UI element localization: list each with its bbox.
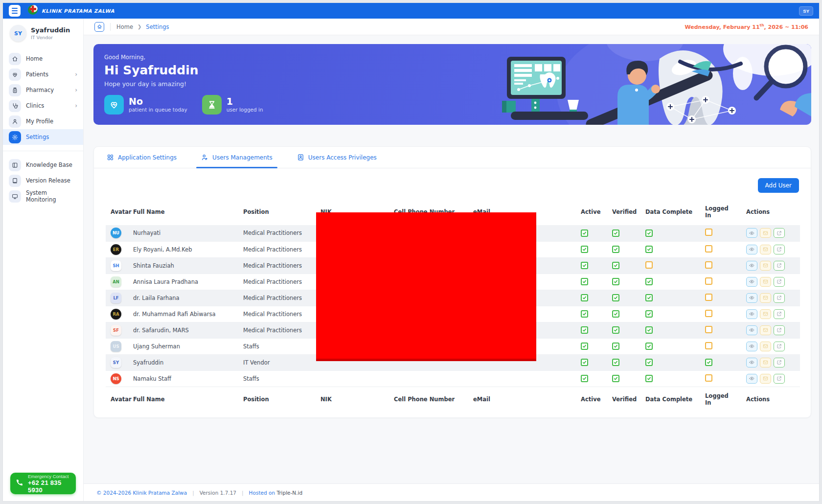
unchecked-checkbox[interactable] xyxy=(705,245,712,252)
checked-checkbox[interactable] xyxy=(645,343,653,350)
checked-checkbox[interactable] xyxy=(581,278,588,285)
mail-user-button[interactable] xyxy=(760,309,771,319)
mail-icon xyxy=(763,263,768,268)
tab-users-managements[interactable]: Users Managements xyxy=(201,147,273,168)
mail-user-button[interactable] xyxy=(760,374,771,384)
checked-checkbox[interactable] xyxy=(612,310,619,318)
view-user-button[interactable] xyxy=(746,293,757,303)
unchecked-checkbox[interactable] xyxy=(705,326,712,333)
mail-icon xyxy=(763,230,768,236)
tab-users-access-privileges[interactable]: Users Access Privileges xyxy=(297,147,377,168)
view-user-button[interactable] xyxy=(746,277,757,287)
tab-application-settings[interactable]: Application Settings xyxy=(107,147,177,168)
mail-user-button[interactable] xyxy=(760,325,771,335)
checked-checkbox[interactable] xyxy=(612,375,619,382)
export-user-button[interactable] xyxy=(774,277,785,287)
view-user-button[interactable] xyxy=(746,342,757,351)
mail-user-button[interactable] xyxy=(760,293,771,303)
mail-user-button[interactable] xyxy=(760,261,771,271)
checked-checkbox[interactable] xyxy=(612,343,619,350)
checked-checkbox[interactable] xyxy=(581,294,588,301)
sidebar-item-version-release[interactable]: Version Release xyxy=(3,173,83,188)
mail-user-button[interactable] xyxy=(760,228,771,238)
checked-checkbox[interactable] xyxy=(581,262,588,269)
breadcrumb-home[interactable]: Home xyxy=(116,23,133,30)
export-user-button[interactable] xyxy=(774,325,785,335)
export-user-button[interactable] xyxy=(774,245,785,254)
checked-checkbox[interactable] xyxy=(612,229,619,237)
export-user-button[interactable] xyxy=(774,358,785,367)
sidebar-item-knowledge-base[interactable]: Knowledge Base xyxy=(3,157,83,173)
checked-checkbox[interactable] xyxy=(581,343,588,350)
sidebar: SY Syafruddin IT Vendor Home Patients › … xyxy=(3,19,84,501)
sidebar-item-system-monitoring[interactable]: System Monitoring xyxy=(3,188,83,204)
sidebar-item-home[interactable]: Home xyxy=(3,51,83,67)
view-user-button[interactable] xyxy=(746,374,757,384)
hamburger-icon[interactable] xyxy=(9,5,21,17)
cell-nik xyxy=(316,370,389,387)
footer-hosted-link[interactable]: Hosted on xyxy=(249,490,275,496)
sidebar-item-my-profile[interactable]: My Profile xyxy=(3,114,83,129)
version-book-icon xyxy=(9,175,21,187)
export-user-button[interactable] xyxy=(774,309,785,319)
export-user-button[interactable] xyxy=(774,261,785,271)
export-icon xyxy=(776,311,782,317)
unchecked-checkbox[interactable] xyxy=(645,261,653,269)
user-badge[interactable]: SY xyxy=(799,6,813,16)
checked-checkbox[interactable] xyxy=(581,326,588,334)
footer-copyright-link[interactable]: © 2024-2026 Klinik Pratama Zalwa xyxy=(96,490,187,496)
view-user-button[interactable] xyxy=(746,261,757,271)
checked-checkbox[interactable] xyxy=(612,278,619,285)
unchecked-checkbox[interactable] xyxy=(705,342,712,349)
mail-user-button[interactable] xyxy=(760,277,771,287)
view-user-button[interactable] xyxy=(746,325,757,335)
unchecked-checkbox[interactable] xyxy=(705,310,712,317)
add-user-button[interactable]: Add User xyxy=(758,178,799,193)
checked-checkbox[interactable] xyxy=(705,359,712,366)
view-user-button[interactable] xyxy=(746,245,757,254)
breadcrumb-settings[interactable]: Settings xyxy=(146,23,169,30)
sidebar-item-clinics[interactable]: Clinics › xyxy=(3,98,83,114)
checked-checkbox[interactable] xyxy=(581,229,588,237)
mail-icon xyxy=(763,311,768,317)
checked-checkbox[interactable] xyxy=(612,359,619,366)
mail-user-button[interactable] xyxy=(760,245,771,254)
checked-checkbox[interactable] xyxy=(645,246,653,253)
sidebar-item-pharmacy[interactable]: Pharmacy › xyxy=(3,82,83,98)
export-user-button[interactable] xyxy=(774,293,785,303)
sidebar-item-settings[interactable]: Settings xyxy=(3,129,83,145)
unchecked-checkbox[interactable] xyxy=(705,229,712,236)
cell-full-name: Ujang Suherman xyxy=(128,338,238,354)
view-user-button[interactable] xyxy=(746,358,757,367)
checked-checkbox[interactable] xyxy=(645,310,653,318)
unchecked-checkbox[interactable] xyxy=(705,277,712,285)
unchecked-checkbox[interactable] xyxy=(705,261,712,269)
checked-checkbox[interactable] xyxy=(645,294,653,301)
checked-checkbox[interactable] xyxy=(645,359,653,366)
sidebar-user-card[interactable]: SY Syafruddin IT Vendor xyxy=(3,19,83,49)
view-user-button[interactable] xyxy=(746,309,757,319)
checked-checkbox[interactable] xyxy=(612,326,619,334)
unchecked-checkbox[interactable] xyxy=(705,374,712,382)
checked-checkbox[interactable] xyxy=(612,262,619,269)
emergency-contact-button[interactable]: Emergency Contact +62 21 835 5930 xyxy=(10,473,76,494)
export-user-button[interactable] xyxy=(774,228,785,238)
checked-checkbox[interactable] xyxy=(645,326,653,334)
sidebar-item-patients[interactable]: Patients › xyxy=(3,67,83,82)
view-user-button[interactable] xyxy=(746,228,757,238)
checked-checkbox[interactable] xyxy=(645,229,653,237)
mail-user-button[interactable] xyxy=(760,342,771,351)
checked-checkbox[interactable] xyxy=(581,310,588,318)
checked-checkbox[interactable] xyxy=(612,246,619,253)
checked-checkbox[interactable] xyxy=(645,278,653,285)
checked-checkbox[interactable] xyxy=(612,294,619,301)
home-icon[interactable] xyxy=(94,22,104,32)
checked-checkbox[interactable] xyxy=(581,359,588,366)
checked-checkbox[interactable] xyxy=(645,375,653,382)
unchecked-checkbox[interactable] xyxy=(705,294,712,301)
checked-checkbox[interactable] xyxy=(581,246,588,253)
mail-user-button[interactable] xyxy=(760,358,771,367)
export-user-button[interactable] xyxy=(774,342,785,351)
checked-checkbox[interactable] xyxy=(581,375,588,382)
export-user-button[interactable] xyxy=(774,374,785,384)
